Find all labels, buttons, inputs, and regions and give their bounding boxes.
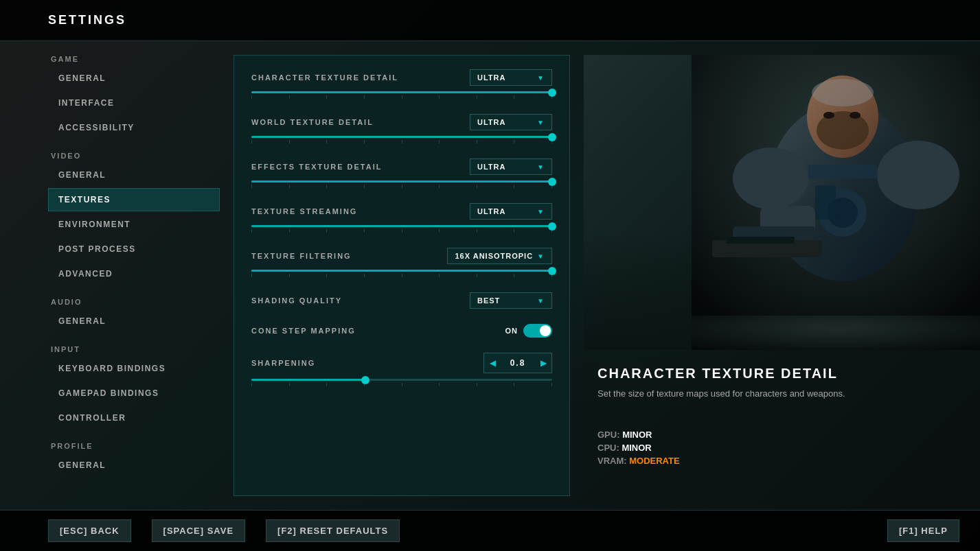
vram-stat: VRAM: MODERATE: [597, 456, 680, 466]
tick-mark: [514, 95, 514, 99]
tick-mark: [551, 383, 552, 386]
dropdown-arrow-character-texture-detail: ▼: [537, 74, 545, 82]
slider-thumb-texture-streaming[interactable]: [548, 222, 556, 231]
tick-mark: [477, 140, 477, 143]
setting-label-text-cone-step-mapping: CONE STEP MAPPING: [251, 327, 356, 335]
setting-dropdown-world-texture-detail[interactable]: ULTRA▼: [470, 114, 552, 130]
sidebar-item-profile-general[interactable]: GENERAL: [48, 454, 220, 477]
slider-track-texture-filtering[interactable]: [251, 270, 552, 272]
sidebar-item-input-controller[interactable]: CONTROLLER: [48, 406, 220, 430]
tick-mark: [326, 95, 327, 99]
tick-mark: [326, 229, 327, 233]
setting-dropdown-texture-filtering[interactable]: 16X ANISOTROPIC▼: [447, 248, 552, 264]
reset-defaults-button[interactable]: [F2] RESET DEFAULTS: [266, 519, 400, 542]
svg-point-5: [812, 79, 874, 106]
slider-track-character-texture-detail[interactable]: [251, 91, 552, 93]
sidebar-item-video-postprocess[interactable]: POST PROCESS: [48, 237, 220, 261]
tick-mark: [364, 274, 365, 277]
slider-thumb-sharpening[interactable]: [361, 376, 369, 384]
slider-fill-texture-streaming: [251, 225, 552, 227]
tick-mark: [477, 274, 477, 277]
tick-mark: [439, 229, 440, 233]
dropdown-arrow-texture-filtering: ▼: [537, 253, 545, 260]
sidebar-item-audio-general[interactable]: GENERAL: [48, 309, 220, 333]
help-button[interactable]: [F1] HELP: [887, 519, 959, 542]
setting-row-texture-streaming: TEXTURE STREAMINGULTRA▼: [251, 203, 552, 233]
sidebar-section-title-profile: PROFILE: [48, 442, 233, 450]
dropdown-value-texture-streaming: ULTRA: [477, 207, 505, 215]
dropdown-value-world-texture-detail: ULTRA: [477, 118, 505, 126]
sidebar-item-video-advanced[interactable]: ADVANCED: [48, 262, 220, 285]
setting-label-text-texture-streaming: TEXTURE STREAMING: [251, 207, 357, 215]
setting-label-character-texture-detail: CHARACTER TEXTURE DETAILULTRA▼: [251, 69, 552, 86]
setting-label-shading-quality: SHADING QUALITYBEST▼: [251, 292, 552, 309]
slider-track-sharpening[interactable]: [251, 379, 552, 381]
slider-track-texture-streaming[interactable]: [251, 225, 552, 227]
stepper-right-sharpening[interactable]: ▶: [535, 353, 551, 373]
sidebar-item-video-general[interactable]: GENERAL: [48, 163, 220, 187]
tick-mark: [477, 185, 477, 188]
slider-thumb-world-texture-detail[interactable]: [548, 133, 556, 141]
sidebar-item-video-textures[interactable]: TEXTURES: [48, 188, 220, 211]
svg-rect-17: [692, 316, 980, 350]
back-button[interactable]: [ESC] BACK: [48, 519, 131, 542]
sidebar-item-video-environment[interactable]: ENVIRONMENT: [48, 213, 220, 236]
slider-track-effects-texture-detail[interactable]: [251, 180, 552, 183]
tick-mark: [326, 185, 327, 188]
tick-mark: [514, 185, 514, 188]
slider-fill-world-texture-detail: [251, 136, 552, 138]
dropdown-value-texture-filtering: 16X ANISOTROPIC: [455, 252, 533, 260]
sidebar-section-title-audio: AUDIO: [48, 298, 233, 306]
sidebar-item-input-keyboard[interactable]: KEYBOARD BINDINGS: [48, 357, 220, 380]
sidebar-section-profile: PROFILEGENERAL: [48, 442, 233, 477]
sidebar-item-game-interface[interactable]: INTERFACE: [48, 91, 220, 115]
setting-row-character-texture-detail: CHARACTER TEXTURE DETAILULTRA▼: [251, 69, 552, 99]
tick-mark: [251, 140, 252, 143]
sidebar-section-input: INPUTKEYBOARD BINDINGSGAMEPAD BINDINGSCO…: [48, 345, 233, 430]
tick-mark: [477, 229, 477, 233]
info-text-area: CHARACTER TEXTURE DETAIL Set the size of…: [584, 366, 980, 414]
ticks-row-sharpening: [251, 383, 552, 386]
setting-label-texture-filtering: TEXTURE FILTERING16X ANISOTROPIC▼: [251, 248, 552, 264]
svg-point-2: [733, 148, 808, 209]
sidebar-item-game-accessibility[interactable]: ACCESSIBILITY: [48, 116, 220, 139]
ticks-row-world-texture-detail: [251, 140, 552, 143]
stepper-left-sharpening[interactable]: ◀: [484, 353, 501, 373]
tick-mark: [326, 383, 327, 386]
ticks-row-texture-streaming: [251, 229, 552, 233]
slider-thumb-effects-texture-detail[interactable]: [548, 178, 556, 186]
svg-rect-15: [726, 237, 795, 244]
tick-mark: [402, 274, 402, 277]
toggle-switch-cone-step-mapping[interactable]: [523, 324, 552, 338]
setting-label-text-texture-filtering: TEXTURE FILTERING: [251, 252, 352, 260]
setting-row-sharpening: SHARPENING◀0.8▶: [251, 353, 552, 386]
ticks-row-texture-filtering: [251, 274, 552, 277]
tick-mark: [364, 95, 365, 99]
setting-dropdown-texture-streaming[interactable]: ULTRA▼: [470, 203, 552, 220]
tick-mark: [439, 274, 440, 277]
setting-dropdown-shading-quality[interactable]: BEST▼: [470, 292, 552, 309]
tick-mark: [439, 140, 440, 143]
setting-label-sharpening: SHARPENING◀0.8▶: [251, 353, 552, 373]
sidebar-section-title-video: VIDEO: [48, 152, 233, 160]
slider-thumb-texture-filtering[interactable]: [548, 267, 556, 275]
save-button[interactable]: [SPACE] SAVE: [152, 519, 246, 542]
slider-fill-sharpening: [251, 379, 365, 381]
sidebar-item-input-gamepad[interactable]: GAMEPAD BINDINGS: [48, 382, 220, 405]
tick-mark: [402, 140, 402, 143]
ticks-row-effects-texture-detail: [251, 185, 552, 188]
setting-label-text-effects-texture-detail: EFFECTS TEXTURE DETAIL: [251, 163, 382, 171]
tick-mark: [402, 95, 402, 99]
sidebar-item-game-general[interactable]: GENERAL: [48, 67, 220, 90]
setting-dropdown-effects-texture-detail[interactable]: ULTRA▼: [470, 159, 552, 175]
toggle-label-cone-step-mapping: ON: [505, 327, 519, 335]
dropdown-arrow-texture-streaming: ▼: [537, 208, 545, 215]
sidebar-section-title-game: GAME: [48, 55, 233, 63]
slider-track-world-texture-detail[interactable]: [251, 136, 552, 138]
slider-thumb-character-texture-detail[interactable]: [548, 89, 556, 97]
setting-label-cone-step-mapping: CONE STEP MAPPINGON: [251, 324, 552, 338]
tick-mark: [439, 185, 440, 188]
svg-rect-9: [808, 165, 877, 178]
footer: [ESC] BACK [SPACE] SAVE [F2] RESET DEFAU…: [0, 510, 980, 551]
setting-dropdown-character-texture-detail[interactable]: ULTRA▼: [470, 69, 552, 86]
